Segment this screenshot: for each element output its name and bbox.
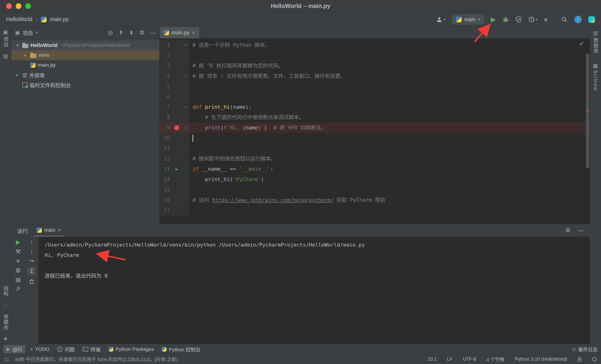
code-text[interactable] (190, 91, 590, 102)
code-text[interactable]: # 按 ^R 执行或将其替换为您的代码。 (190, 61, 590, 71)
hide-panel-button[interactable]: — (150, 29, 156, 36)
tree-item-external-libraries[interactable]: ▸ ▥ 外部库 (11, 70, 160, 80)
gutter-cell[interactable] (172, 143, 182, 154)
run-configuration-select[interactable]: main ▾ (452, 15, 484, 24)
editor-line-15[interactable]: 15 (160, 185, 590, 195)
code-text[interactable]: print_hi('PyCharm') (190, 174, 590, 185)
tool-button-structure[interactable]: 结构 (2, 286, 9, 297)
tree-item-project-root[interactable]: ▾ HelloWorld ~/PycharmProjects/HelloWorl… (11, 40, 160, 50)
editor-line-6[interactable]: 6 (160, 91, 590, 102)
fold-marker-icon[interactable]: ∨ (182, 40, 190, 50)
debug-button[interactable] (502, 16, 509, 23)
editor-line-2[interactable]: 2 (160, 50, 590, 61)
search-everywhere-button[interactable] (561, 16, 568, 23)
breadcrumb-project[interactable]: HelloWorld (6, 16, 32, 22)
project-panel-title[interactable]: 项目 (23, 29, 33, 36)
locate-file-button[interactable]: ◎ (108, 29, 113, 36)
gutter-cell[interactable] (172, 112, 182, 122)
run-console[interactable]: /Users/admin/PycharmProjects/HelloWorld/… (39, 236, 590, 344)
gutter-cell[interactable] (172, 50, 182, 61)
editor-line-9[interactable]: 9∧ print(f'Hi, {name}') # 按 ⌘F8 切换断点。 (160, 122, 590, 133)
chevron-down-icon[interactable]: ▾ (36, 30, 38, 35)
minimize-window-button[interactable] (16, 3, 21, 9)
tree-item-venv[interactable]: ▸ venv (11, 50, 160, 60)
profiler-button[interactable]: ▾ (528, 16, 538, 23)
code-text[interactable]: # 在下面的代码行中使用断点来调试脚本。 (190, 112, 590, 122)
pycharm-logo-icon[interactable] (588, 16, 595, 23)
print-button[interactable]: ▤ (16, 277, 21, 283)
collapse-all-button[interactable]: ⇞ (119, 29, 123, 36)
fold-marker-icon[interactable]: ∧ (182, 122, 190, 133)
modify-run-config-button[interactable]: ⚒ (16, 249, 21, 254)
editor-tab-main-py[interactable]: main.py × (160, 27, 199, 38)
code-text[interactable] (190, 185, 590, 195)
tree-item-scratches[interactable]: 临时文件和控制台 (11, 80, 160, 90)
update-button[interactable]: ↑ (574, 16, 582, 23)
gutter-cell[interactable] (172, 185, 182, 195)
editor-line-1[interactable]: 1∨# 这是一个示例 Python 脚本。 (160, 40, 590, 50)
gutter-cell[interactable] (172, 91, 182, 102)
code-text[interactable] (190, 50, 590, 61)
settings-button[interactable]: ⚙ (139, 29, 144, 36)
tool-button-python-console[interactable]: Python 控制台 (159, 345, 203, 354)
rerun-button[interactable]: ▶ (16, 239, 20, 245)
user-account-button[interactable]: ▾ (436, 16, 445, 23)
tool-button-problems[interactable]: ! 问题 (54, 345, 78, 354)
gutter-cell[interactable] (172, 61, 182, 71)
gutter-cell[interactable] (172, 40, 182, 50)
tree-item-main-py[interactable]: main.py (11, 60, 160, 70)
interpreter-widget[interactable]: Python 3.10 (HelloWorld) (515, 356, 567, 362)
clear-console-button[interactable] (29, 279, 34, 284)
fold-marker-icon[interactable]: ∨ (182, 102, 190, 112)
editor-line-8[interactable]: 8 # 在下面的代码行中使用断点来调试脚本。 (160, 112, 590, 122)
indent-widget[interactable]: 4 个空格 (486, 356, 504, 363)
code-text[interactable] (190, 205, 590, 216)
hide-panel-button[interactable]: — (578, 227, 584, 234)
code-text[interactable] (190, 81, 590, 91)
encoding-widget[interactable]: UTF-8 (463, 356, 476, 362)
gutter-cell[interactable] (172, 102, 182, 112)
tool-button-sciview[interactable]: ▦ SciView (593, 63, 598, 91)
editor-line-12[interactable]: 12# 按间距中的绿色按钮以运行脚本。 (160, 154, 590, 164)
run-line-icon[interactable]: ▶ (175, 164, 178, 174)
editor-line-11[interactable]: 11 (160, 143, 590, 154)
settings-button[interactable]: ⚙ (565, 227, 571, 234)
down-stack-trace-button[interactable]: ↓ (30, 249, 33, 254)
gutter-cell[interactable] (172, 154, 182, 164)
code-text[interactable] (190, 133, 590, 143)
tool-button-run[interactable]: ▶ 运行 (3, 345, 26, 354)
run-tab-main[interactable]: main × (34, 224, 64, 236)
code-text[interactable]: print(f'Hi, {name}') # 按 ⌘F8 切换断点。 (190, 122, 590, 133)
gutter-cell[interactable] (172, 133, 182, 143)
code-text[interactable]: def print_hi(name): (190, 102, 590, 112)
editor-line-14[interactable]: 14 print_hi('PyCharm') (160, 174, 590, 185)
editor-line-10[interactable]: 10 (160, 133, 590, 143)
tool-button-event-log[interactable]: ◷ 事件日志 (572, 346, 598, 353)
stop-button[interactable]: ■ (16, 258, 20, 264)
favorites-star[interactable]: ★ (3, 336, 8, 342)
editor-line-17[interactable]: 17 (160, 205, 590, 216)
chevron-down-icon[interactable]: ▾ (15, 43, 20, 48)
notifications-indicator-icon[interactable] (592, 357, 597, 362)
code-text[interactable] (190, 143, 590, 154)
expand-all-button[interactable]: ⇟ (129, 29, 134, 36)
editor-line-5[interactable]: 5 (160, 81, 590, 91)
gutter-cell[interactable] (172, 122, 182, 133)
chevron-right-icon[interactable]: ▸ (22, 53, 28, 58)
scroll-to-end-button[interactable]: ↧ (28, 267, 35, 275)
tool-button-terminal[interactable]: >_ 终端 (79, 345, 104, 354)
code-text[interactable]: # 访问 https://www.jetbrains.com/help/pych… (190, 195, 590, 205)
run-with-coverage-button[interactable] (516, 16, 522, 23)
code-text[interactable]: # 这是一个示例 Python 脚本。 (190, 40, 590, 50)
close-icon[interactable]: × (192, 29, 195, 36)
breadcrumb-file[interactable]: main.py (50, 16, 69, 22)
gutter-cell[interactable] (172, 174, 182, 185)
editor-line-3[interactable]: 3# 按 ^R 执行或将其替换为您的代码。 (160, 61, 590, 71)
close-window-button[interactable] (6, 3, 12, 9)
fold-marker-icon[interactable]: ∧ (182, 71, 190, 81)
line-separator-widget[interactable]: LF (447, 356, 452, 362)
code-text[interactable]: # 按 双击 ⇧ 在所有地方搜索类、文件、工具窗口、操作和设置。 (190, 71, 590, 81)
editor-line-4[interactable]: 4∧# 按 双击 ⇧ 在所有地方搜索类、文件、工具窗口、操作和设置。 (160, 71, 590, 81)
stop-button[interactable]: ■ (544, 16, 548, 22)
soft-wrap-button[interactable]: ↪ (29, 258, 34, 264)
